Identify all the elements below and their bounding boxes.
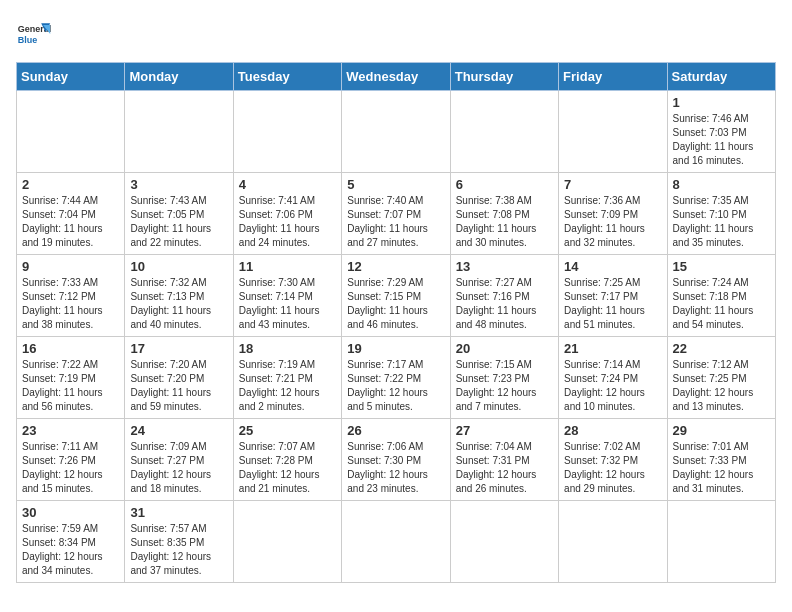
calendar-cell: 21Sunrise: 7:14 AM Sunset: 7:24 PM Dayli… (559, 337, 667, 419)
day-info: Sunrise: 7:25 AM Sunset: 7:17 PM Dayligh… (564, 276, 661, 332)
day-info: Sunrise: 7:27 AM Sunset: 7:16 PM Dayligh… (456, 276, 553, 332)
day-info: Sunrise: 7:04 AM Sunset: 7:31 PM Dayligh… (456, 440, 553, 496)
day-info: Sunrise: 7:01 AM Sunset: 7:33 PM Dayligh… (673, 440, 770, 496)
day-info: Sunrise: 7:46 AM Sunset: 7:03 PM Dayligh… (673, 112, 770, 168)
calendar-table: SundayMondayTuesdayWednesdayThursdayFrid… (16, 62, 776, 583)
calendar-cell (342, 91, 450, 173)
calendar-cell: 17Sunrise: 7:20 AM Sunset: 7:20 PM Dayli… (125, 337, 233, 419)
calendar-cell: 3Sunrise: 7:43 AM Sunset: 7:05 PM Daylig… (125, 173, 233, 255)
day-number: 12 (347, 259, 444, 274)
day-info: Sunrise: 7:30 AM Sunset: 7:14 PM Dayligh… (239, 276, 336, 332)
day-number: 11 (239, 259, 336, 274)
day-number: 29 (673, 423, 770, 438)
svg-text:Blue: Blue (18, 35, 38, 45)
day-info: Sunrise: 7:59 AM Sunset: 8:34 PM Dayligh… (22, 522, 119, 578)
weekday-header-friday: Friday (559, 63, 667, 91)
day-info: Sunrise: 7:38 AM Sunset: 7:08 PM Dayligh… (456, 194, 553, 250)
calendar-cell (17, 91, 125, 173)
day-number: 27 (456, 423, 553, 438)
day-info: Sunrise: 7:43 AM Sunset: 7:05 PM Dayligh… (130, 194, 227, 250)
calendar-cell: 13Sunrise: 7:27 AM Sunset: 7:16 PM Dayli… (450, 255, 558, 337)
calendar-cell: 22Sunrise: 7:12 AM Sunset: 7:25 PM Dayli… (667, 337, 775, 419)
day-info: Sunrise: 7:17 AM Sunset: 7:22 PM Dayligh… (347, 358, 444, 414)
day-number: 22 (673, 341, 770, 356)
day-info: Sunrise: 7:15 AM Sunset: 7:23 PM Dayligh… (456, 358, 553, 414)
day-number: 15 (673, 259, 770, 274)
calendar-cell: 31Sunrise: 7:57 AM Sunset: 8:35 PM Dayli… (125, 501, 233, 583)
calendar-cell (667, 501, 775, 583)
calendar-cell: 23Sunrise: 7:11 AM Sunset: 7:26 PM Dayli… (17, 419, 125, 501)
day-info: Sunrise: 7:20 AM Sunset: 7:20 PM Dayligh… (130, 358, 227, 414)
calendar-cell (559, 501, 667, 583)
calendar-cell: 9Sunrise: 7:33 AM Sunset: 7:12 PM Daylig… (17, 255, 125, 337)
day-info: Sunrise: 7:44 AM Sunset: 7:04 PM Dayligh… (22, 194, 119, 250)
generalblue-logo-icon: General Blue (16, 16, 52, 52)
day-number: 25 (239, 423, 336, 438)
day-number: 8 (673, 177, 770, 192)
calendar-cell: 6Sunrise: 7:38 AM Sunset: 7:08 PM Daylig… (450, 173, 558, 255)
logo: General Blue (16, 16, 52, 52)
calendar-cell: 14Sunrise: 7:25 AM Sunset: 7:17 PM Dayli… (559, 255, 667, 337)
weekday-header-tuesday: Tuesday (233, 63, 341, 91)
day-info: Sunrise: 7:19 AM Sunset: 7:21 PM Dayligh… (239, 358, 336, 414)
calendar-cell: 1Sunrise: 7:46 AM Sunset: 7:03 PM Daylig… (667, 91, 775, 173)
day-number: 30 (22, 505, 119, 520)
calendar-week-row: 16Sunrise: 7:22 AM Sunset: 7:19 PM Dayli… (17, 337, 776, 419)
weekday-header-row: SundayMondayTuesdayWednesdayThursdayFrid… (17, 63, 776, 91)
day-info: Sunrise: 7:09 AM Sunset: 7:27 PM Dayligh… (130, 440, 227, 496)
calendar-cell: 18Sunrise: 7:19 AM Sunset: 7:21 PM Dayli… (233, 337, 341, 419)
calendar-cell (233, 501, 341, 583)
calendar-cell: 20Sunrise: 7:15 AM Sunset: 7:23 PM Dayli… (450, 337, 558, 419)
calendar-cell (125, 91, 233, 173)
calendar-week-row: 30Sunrise: 7:59 AM Sunset: 8:34 PM Dayli… (17, 501, 776, 583)
calendar-cell: 5Sunrise: 7:40 AM Sunset: 7:07 PM Daylig… (342, 173, 450, 255)
calendar-cell: 30Sunrise: 7:59 AM Sunset: 8:34 PM Dayli… (17, 501, 125, 583)
calendar-cell: 8Sunrise: 7:35 AM Sunset: 7:10 PM Daylig… (667, 173, 775, 255)
calendar-cell: 26Sunrise: 7:06 AM Sunset: 7:30 PM Dayli… (342, 419, 450, 501)
day-number: 26 (347, 423, 444, 438)
calendar-cell: 16Sunrise: 7:22 AM Sunset: 7:19 PM Dayli… (17, 337, 125, 419)
day-number: 28 (564, 423, 661, 438)
day-info: Sunrise: 7:22 AM Sunset: 7:19 PM Dayligh… (22, 358, 119, 414)
calendar-cell (450, 91, 558, 173)
day-number: 9 (22, 259, 119, 274)
calendar-cell: 19Sunrise: 7:17 AM Sunset: 7:22 PM Dayli… (342, 337, 450, 419)
calendar-cell: 2Sunrise: 7:44 AM Sunset: 7:04 PM Daylig… (17, 173, 125, 255)
day-number: 19 (347, 341, 444, 356)
calendar-cell: 28Sunrise: 7:02 AM Sunset: 7:32 PM Dayli… (559, 419, 667, 501)
day-number: 2 (22, 177, 119, 192)
weekday-header-thursday: Thursday (450, 63, 558, 91)
calendar-cell (450, 501, 558, 583)
day-info: Sunrise: 7:12 AM Sunset: 7:25 PM Dayligh… (673, 358, 770, 414)
weekday-header-monday: Monday (125, 63, 233, 91)
weekday-header-wednesday: Wednesday (342, 63, 450, 91)
day-info: Sunrise: 7:02 AM Sunset: 7:32 PM Dayligh… (564, 440, 661, 496)
day-info: Sunrise: 7:36 AM Sunset: 7:09 PM Dayligh… (564, 194, 661, 250)
day-number: 20 (456, 341, 553, 356)
day-number: 21 (564, 341, 661, 356)
day-number: 7 (564, 177, 661, 192)
day-number: 10 (130, 259, 227, 274)
day-info: Sunrise: 7:29 AM Sunset: 7:15 PM Dayligh… (347, 276, 444, 332)
calendar-cell: 12Sunrise: 7:29 AM Sunset: 7:15 PM Dayli… (342, 255, 450, 337)
calendar-cell: 29Sunrise: 7:01 AM Sunset: 7:33 PM Dayli… (667, 419, 775, 501)
calendar-cell (559, 91, 667, 173)
day-number: 14 (564, 259, 661, 274)
calendar-week-row: 23Sunrise: 7:11 AM Sunset: 7:26 PM Dayli… (17, 419, 776, 501)
day-info: Sunrise: 7:11 AM Sunset: 7:26 PM Dayligh… (22, 440, 119, 496)
calendar-week-row: 1Sunrise: 7:46 AM Sunset: 7:03 PM Daylig… (17, 91, 776, 173)
day-info: Sunrise: 7:57 AM Sunset: 8:35 PM Dayligh… (130, 522, 227, 578)
day-number: 31 (130, 505, 227, 520)
day-number: 4 (239, 177, 336, 192)
calendar-cell (342, 501, 450, 583)
day-info: Sunrise: 7:14 AM Sunset: 7:24 PM Dayligh… (564, 358, 661, 414)
day-number: 1 (673, 95, 770, 110)
calendar-cell: 25Sunrise: 7:07 AM Sunset: 7:28 PM Dayli… (233, 419, 341, 501)
day-info: Sunrise: 7:06 AM Sunset: 7:30 PM Dayligh… (347, 440, 444, 496)
weekday-header-sunday: Sunday (17, 63, 125, 91)
day-number: 16 (22, 341, 119, 356)
day-number: 13 (456, 259, 553, 274)
calendar-cell: 15Sunrise: 7:24 AM Sunset: 7:18 PM Dayli… (667, 255, 775, 337)
day-number: 6 (456, 177, 553, 192)
day-info: Sunrise: 7:35 AM Sunset: 7:10 PM Dayligh… (673, 194, 770, 250)
